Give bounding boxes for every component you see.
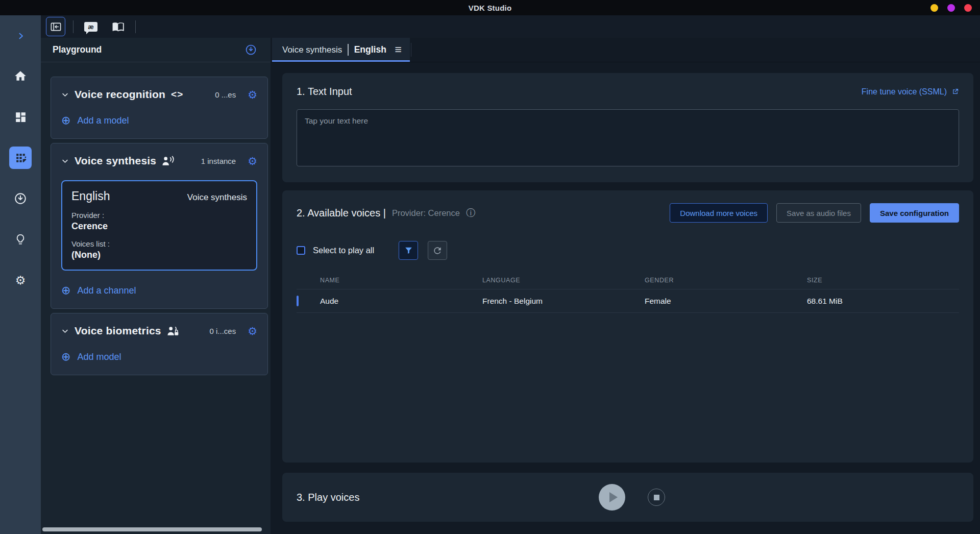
provider-note: Provider: Cerence xyxy=(392,208,460,218)
tab-divider xyxy=(411,43,411,57)
settings-gear-icon[interactable]: ⚙ xyxy=(9,269,32,292)
plus-circle-icon: ⊕ xyxy=(61,115,70,126)
icon-sidebar: ⚙ xyxy=(0,15,41,534)
text-input-section: 1. Text Input Fine tune voice (SSML) xyxy=(282,73,973,182)
tab-bar: Voice synthesis English ≡ xyxy=(271,38,980,62)
tab-context: Voice synthesis xyxy=(282,45,342,55)
playground-panel: Playground Voice recognition <> xyxy=(41,38,271,534)
voices-table: NAME LANGUAGE GENDER SIZE Aude French - … xyxy=(297,272,959,313)
add-channel-button[interactable]: ⊕ Add a channel xyxy=(61,285,136,296)
channel-name: English xyxy=(71,189,110,203)
channel-type: Voice synthesis xyxy=(187,192,247,203)
main-body: 1. Text Input Fine tune voice (SSML) 2. … xyxy=(271,62,980,534)
voice-synthesis-card: Voice synthesis 1 instance ⚙ English Voi… xyxy=(51,143,268,309)
download-more-voices-button[interactable]: Download more voices xyxy=(670,203,768,223)
info-icon[interactable]: ⓘ xyxy=(466,208,475,217)
gear-icon[interactable]: ⚙ xyxy=(248,326,257,336)
select-all-checkbox[interactable] xyxy=(297,246,305,255)
window-dot-red-icon[interactable] xyxy=(964,4,972,12)
playground-title: Playground xyxy=(53,44,102,55)
col-name: NAME xyxy=(320,277,482,284)
download-all-icon[interactable] xyxy=(245,44,257,56)
person-lock-icon xyxy=(167,326,180,336)
available-voices-section: 2. Available voices | Provider: Cerence … xyxy=(282,190,973,463)
add-model-label: Add a model xyxy=(77,115,129,126)
toolbar-separator xyxy=(135,20,136,33)
col-size: SIZE xyxy=(807,277,959,284)
filter-button[interactable] xyxy=(399,241,418,260)
collapse-panel-icon[interactable] xyxy=(46,17,65,36)
play-icon xyxy=(609,492,618,502)
add-model-button[interactable]: ⊕ Add model xyxy=(61,351,121,362)
cell-size: 68.61 MiB xyxy=(807,297,959,306)
code-icon: <> xyxy=(171,89,183,100)
stop-button[interactable] xyxy=(648,489,665,506)
lightbulb-icon[interactable] xyxy=(9,228,32,251)
text-input-field[interactable] xyxy=(297,109,959,166)
gear-icon[interactable]: ⚙ xyxy=(248,89,257,100)
refresh-icon xyxy=(432,246,443,256)
top-toolbar: æ xyxy=(41,15,980,38)
tab-pipe-separator xyxy=(348,44,349,56)
instance-count-badge: 0 ...es xyxy=(215,90,236,99)
plus-circle-icon: ⊕ xyxy=(61,351,70,362)
dashboard-icon[interactable] xyxy=(9,106,32,128)
instance-count-badge: 0 i...ces xyxy=(209,327,236,335)
voice-biometrics-title: Voice biometrics xyxy=(75,325,161,337)
fine-tune-ssml-link[interactable]: Fine tune voice (SSML) xyxy=(862,87,959,96)
save-as-audio-files-button[interactable]: Save as audio files xyxy=(776,203,861,223)
cell-gender: Female xyxy=(645,297,807,306)
cell-name: Aude xyxy=(320,297,482,306)
window-controls xyxy=(930,0,972,15)
voice-synthesis-header: Voice synthesis 1 instance ⚙ xyxy=(61,155,257,167)
plus-circle-icon: ⊕ xyxy=(61,285,70,296)
app-title: VDK Studio xyxy=(469,4,512,12)
voice-recognition-title: Voice recognition xyxy=(75,88,165,101)
voice-biometrics-card: Voice biometrics 0 i...ces ⚙ ⊕ Add model xyxy=(51,313,268,375)
titlebar: VDK Studio xyxy=(0,0,980,15)
toolbar-separator xyxy=(73,20,74,33)
gear-icon[interactable]: ⚙ xyxy=(248,156,257,166)
window-dot-purple-icon[interactable] xyxy=(947,4,955,12)
window-dot-yellow-icon[interactable] xyxy=(930,4,938,12)
play-button[interactable] xyxy=(599,484,625,511)
voices-list-value: (None) xyxy=(71,250,247,260)
table-row-aude[interactable]: Aude French - Belgium Female 68.61 MiB xyxy=(297,289,959,313)
voice-recognition-header: Voice recognition <> 0 ...es ⚙ xyxy=(61,88,257,101)
instance-count-badge: 1 instance xyxy=(201,157,236,165)
add-model-button[interactable]: ⊕ Add a model xyxy=(61,115,129,126)
person-speaking-icon xyxy=(162,156,175,166)
refresh-button[interactable] xyxy=(428,241,447,260)
voice-recognition-card: Voice recognition <> 0 ...es ⚙ ⊕ Add a m… xyxy=(51,77,268,139)
chevron-down-icon[interactable] xyxy=(61,91,69,99)
col-gender: GENDER xyxy=(645,277,807,284)
hamburger-menu-icon[interactable]: ≡ xyxy=(395,44,402,56)
tab-voice-synthesis-english[interactable]: Voice synthesis English ≡ xyxy=(272,38,410,62)
channel-card-english[interactable]: English Voice synthesis Provider : Ceren… xyxy=(61,180,257,271)
download-icon[interactable] xyxy=(9,187,32,210)
phoneme-speech-bubble-icon[interactable]: æ xyxy=(81,17,101,36)
row-checkbox[interactable] xyxy=(297,296,299,306)
chevron-down-icon[interactable] xyxy=(61,327,69,335)
home-icon[interactable] xyxy=(9,65,32,87)
add-model-label: Add model xyxy=(77,352,121,362)
external-link-icon xyxy=(951,88,959,95)
stop-icon xyxy=(654,495,659,500)
col-language: LANGUAGE xyxy=(482,277,645,284)
chevron-down-icon[interactable] xyxy=(61,157,69,165)
voices-table-header: NAME LANGUAGE GENDER SIZE xyxy=(297,272,959,289)
provider-value: Cerence xyxy=(71,221,247,232)
tab-name: English xyxy=(354,44,386,55)
save-configuration-button[interactable]: Save configuration xyxy=(870,203,959,223)
voices-list-label: Voices list : xyxy=(71,239,247,248)
documentation-book-icon[interactable] xyxy=(108,17,128,36)
phoneme-glyph: æ xyxy=(88,23,94,31)
provider-label: Provider : xyxy=(71,211,247,220)
playground-icon[interactable] xyxy=(9,147,32,169)
play-voices-section: 3. Play voices xyxy=(282,473,973,522)
horizontal-scrollbar[interactable] xyxy=(42,527,262,531)
voice-synthesis-title: Voice synthesis xyxy=(75,155,156,167)
available-voices-title: 2. Available voices | xyxy=(297,207,386,219)
expand-sidebar-chevron-icon[interactable] xyxy=(16,30,25,42)
filter-funnel-icon xyxy=(404,246,413,255)
